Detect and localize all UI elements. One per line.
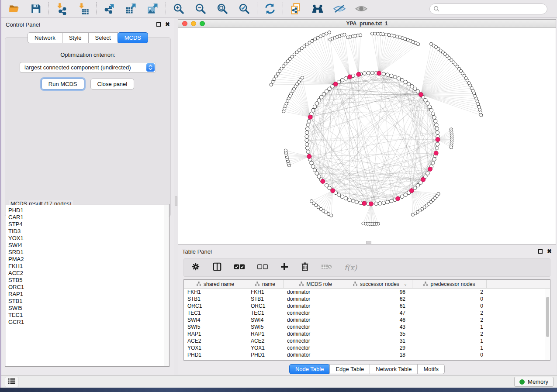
cell-shared-name[interactable]: FKH1 [184, 289, 247, 295]
cell-shared-name[interactable]: TEC1 [184, 310, 247, 316]
cell-MCDS-role[interactable]: dominator [284, 289, 348, 295]
splitter-grip[interactable] [175, 196, 177, 206]
cell-MCDS-role[interactable]: dominator [284, 303, 348, 309]
float-panel-icon[interactable] [538, 249, 543, 254]
cell-successor-nodes[interactable]: 47 [348, 310, 412, 316]
network-graph[interactable] [178, 28, 556, 244]
export-table-button[interactable] [125, 2, 138, 15]
split-panel-button[interactable] [212, 262, 222, 273]
table-row[interactable]: TEC1TEC1connector472 [184, 309, 550, 316]
close-panel-button[interactable]: Close panel [90, 79, 135, 89]
cell-successor-nodes[interactable]: 62 [348, 296, 412, 302]
deselect-all-button[interactable] [257, 263, 268, 272]
export-network-button[interactable] [103, 2, 116, 15]
table-row[interactable]: FKH1FKH1dominator962 [184, 289, 550, 296]
cell-predecessor-nodes[interactable]: 1 [412, 345, 487, 351]
cell-name[interactable]: FKH1 [247, 289, 284, 295]
export-image-button[interactable] [146, 2, 159, 15]
cell-shared-name[interactable]: STB1 [184, 296, 247, 302]
mcds-result-item[interactable]: SRD1 [8, 249, 169, 256]
table-row[interactable]: STB1STB1dominator620 [184, 296, 550, 303]
table-row[interactable]: ACE2ACE2connector311 [184, 337, 550, 344]
zoom-fit-button[interactable] [216, 2, 229, 15]
cell-successor-nodes[interactable]: 18 [348, 352, 412, 358]
table-scrollbar[interactable] [545, 289, 550, 360]
mcds-result-item[interactable]: ORC1 [8, 284, 169, 291]
column-header-shared-name[interactable]: shared name [184, 280, 247, 288]
cell-predecessor-nodes[interactable]: 2 [412, 317, 487, 323]
cell-predecessor-nodes[interactable]: 2 [412, 331, 487, 337]
select-all-button[interactable] [234, 263, 245, 272]
cell-MCDS-role[interactable]: connector [284, 345, 348, 351]
cell-MCDS-role[interactable]: dominator [284, 331, 348, 337]
mcds-result-item[interactable]: PHD1 [8, 207, 169, 214]
tab-style[interactable]: Style [62, 32, 89, 43]
cell-name[interactable]: RAP1 [247, 331, 284, 337]
cell-shared-name[interactable]: SWI4 [184, 317, 247, 323]
delete-table-button[interactable] [321, 263, 332, 272]
cell-successor-nodes[interactable]: 61 [348, 303, 412, 309]
cell-name[interactable]: YOX1 [247, 345, 284, 351]
memory-button[interactable]: Memory [514, 377, 554, 387]
hide-selected-button[interactable] [333, 2, 346, 15]
cell-MCDS-role[interactable]: connector [284, 324, 348, 330]
mcds-result-item[interactable]: PMA2 [8, 256, 169, 263]
cell-shared-name[interactable]: YOX1 [184, 345, 247, 351]
cell-name[interactable]: ACE2 [247, 338, 284, 344]
tab-mcds[interactable]: MCDS [118, 32, 148, 43]
mcds-result-item[interactable]: YOX1 [8, 235, 169, 242]
cell-MCDS-role[interactable]: dominator [284, 296, 348, 302]
save-session-button[interactable] [29, 2, 42, 15]
import-table-button[interactable] [77, 2, 90, 15]
function-builder-button[interactable]: f(x) [344, 263, 357, 272]
tab-select[interactable]: Select [88, 32, 118, 43]
cell-predecessor-nodes[interactable]: 1 [412, 324, 487, 330]
table-row[interactable]: PHD1PHD1dominator180 [184, 351, 550, 358]
zoom-in-button[interactable] [172, 2, 185, 15]
cell-shared-name[interactable]: ACE2 [184, 338, 247, 344]
mcds-list-scrollbar[interactable] [164, 205, 169, 366]
cell-successor-nodes[interactable]: 35 [348, 331, 412, 337]
apply-layout-button[interactable] [263, 2, 277, 15]
cell-predecessor-nodes[interactable]: 0 [412, 352, 487, 358]
column-header-name[interactable]: name [247, 280, 284, 288]
cell-predecessor-nodes[interactable]: 1 [412, 338, 487, 344]
cell-MCDS-role[interactable]: connector [284, 338, 348, 344]
mcds-result-item[interactable]: GCR1 [8, 319, 169, 326]
table-row[interactable]: SWI5SWI5connector431 [184, 323, 550, 330]
float-panel-icon[interactable] [156, 22, 161, 27]
mcds-result-item[interactable]: ACE2 [8, 270, 169, 277]
cell-predecessor-nodes[interactable]: 0 [412, 296, 487, 302]
import-network-button[interactable] [55, 2, 68, 15]
vertical-splitter[interactable] [174, 18, 178, 375]
zoom-selected-button[interactable] [238, 2, 251, 15]
mcds-result-item[interactable]: SWI5 [8, 305, 169, 312]
cell-shared-name[interactable]: SWI5 [184, 324, 247, 330]
close-panel-icon[interactable]: ✖ [165, 22, 170, 27]
table-row[interactable]: SWI4SWI4dominator462 [184, 316, 550, 323]
tab-network[interactable]: Network [28, 32, 62, 43]
cell-name[interactable]: SWI5 [247, 324, 284, 330]
cell-predecessor-nodes[interactable]: 0 [412, 303, 487, 309]
cell-successor-nodes[interactable]: 29 [348, 345, 412, 351]
cell-name[interactable]: TEC1 [247, 310, 284, 316]
cell-MCDS-role[interactable]: connector [284, 310, 348, 316]
mcds-result-list[interactable]: PHD1CAR1STP4TID3YOX1SWI4SRD1PMA2FKH1ACE2… [6, 205, 169, 366]
cell-successor-nodes[interactable]: 46 [348, 317, 412, 323]
mcds-result-item[interactable]: STP4 [8, 221, 169, 228]
column-header-MCDS-role[interactable]: MCDS role [284, 280, 348, 288]
cell-MCDS-role[interactable]: dominator [284, 317, 348, 323]
table-row[interactable]: YOX1YOX1connector291 [184, 344, 550, 351]
cell-shared-name[interactable]: ORC1 [184, 303, 247, 309]
cell-shared-name[interactable]: PHD1 [184, 352, 247, 358]
mcds-result-item[interactable]: CAR1 [8, 214, 169, 221]
show-all-button[interactable] [355, 2, 368, 15]
mcds-result-item[interactable]: FKH1 [8, 263, 169, 270]
cell-successor-nodes[interactable]: 96 [348, 289, 412, 295]
search-field[interactable] [429, 3, 547, 14]
cell-name[interactable]: STB1 [247, 296, 284, 302]
network-window-titlebar[interactable]: YPA_prune.txt_1 [178, 20, 556, 28]
table-scrollbar-thumb[interactable] [546, 297, 549, 337]
cell-successor-nodes[interactable]: 43 [348, 324, 412, 330]
mcds-result-item[interactable]: STB1 [8, 298, 169, 305]
